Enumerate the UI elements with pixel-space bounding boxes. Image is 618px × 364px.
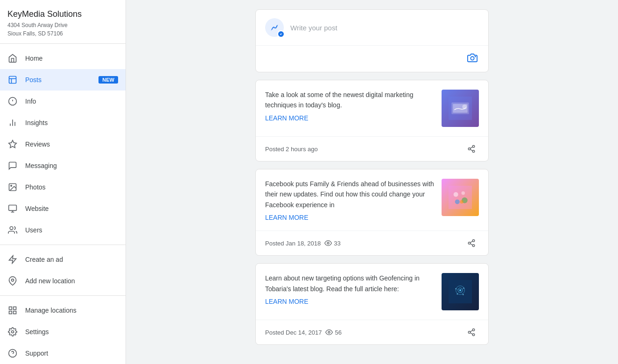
sidebar-item-home[interactable]: Home: [0, 48, 126, 69]
sidebar-item-settings-label: Settings: [25, 328, 118, 336]
sidebar-item-support-label: Support: [25, 350, 118, 357]
add-photo-button[interactable]: [464, 49, 481, 66]
post-item-3-posted: Posted Dec 14, 2017: [265, 329, 322, 336]
post-item-3: Learn about new targeting options with G…: [255, 263, 489, 345]
svg-point-39: [462, 191, 465, 195]
sidebar-item-insights-label: Insights: [25, 119, 118, 126]
post-item-3-footer: Posted Dec 14, 2017 56: [256, 320, 488, 344]
svg-point-62: [472, 329, 475, 331]
svg-point-27: [475, 56, 476, 57]
write-post-actions: [256, 45, 488, 72]
sidebar-item-info[interactable]: Info: [0, 91, 126, 112]
sidebar-item-create-ad[interactable]: Create an ad: [0, 249, 126, 270]
settings-icon: [7, 327, 18, 337]
sidebar-nav: Home Posts NEW Info: [0, 44, 126, 364]
posts-content-area: Write your post Take a look at some of t…: [255, 9, 489, 355]
main-content: Write your post Take a look at some of t…: [126, 0, 618, 364]
post-item-1-text: Take a look at some of the newest digita…: [265, 90, 434, 127]
ad-icon: [7, 254, 18, 265]
nav-divider-2: [0, 295, 126, 296]
svg-line-66: [470, 330, 472, 332]
sidebar-item-reviews-label: Reviews: [25, 140, 118, 148]
sidebar-item-insights[interactable]: Insights: [0, 112, 126, 133]
svg-point-46: [472, 245, 475, 247]
post-item-2-link[interactable]: LEARN MORE: [265, 214, 309, 221]
svg-line-36: [470, 147, 472, 148]
svg-point-44: [472, 240, 475, 242]
post-item-3-image: [442, 273, 479, 310]
post-item-1-meta: Posted 2 hours ago: [265, 146, 318, 153]
company-address: 4304 South Arway Drive Sioux Falls, SD 5…: [7, 21, 118, 38]
svg-line-48: [470, 241, 472, 243]
post-item-1: Take a look at some of the newest digita…: [255, 80, 489, 161]
grid-icon: [7, 305, 18, 315]
sidebar-item-reviews[interactable]: Reviews: [0, 133, 126, 155]
location-icon: [7, 276, 18, 286]
post-item-1-link[interactable]: LEARN MORE: [265, 114, 309, 122]
sidebar-item-manage-locations-label: Manage locations: [25, 307, 118, 314]
write-post-area[interactable]: Write your post: [256, 10, 488, 45]
svg-line-65: [470, 333, 472, 334]
avatar-badge: [277, 30, 285, 38]
post-item-2-posted: Posted Jan 18, 2018: [265, 240, 321, 247]
post-item-2-view-count: 33: [334, 240, 340, 247]
sidebar-item-photos-label: Photos: [25, 183, 118, 191]
post-item-3-share[interactable]: [464, 325, 479, 340]
post-item-3-meta: Posted Dec 14, 2017 56: [265, 329, 342, 336]
post-item-2-views: 33: [324, 239, 340, 247]
svg-point-22: [12, 331, 14, 333]
post-item-1-image: [442, 90, 479, 127]
post-item-3-desc: Learn about new targeting options with G…: [265, 273, 434, 294]
sidebar-item-create-ad-label: Create an ad: [25, 256, 118, 263]
sidebar-item-add-location[interactable]: Add new location: [0, 270, 126, 292]
avatar-container: [265, 18, 284, 37]
post-item-2: Facebook puts Family & Friends ahead of …: [255, 169, 489, 256]
svg-rect-0: [9, 77, 16, 84]
post-item-2-body: Facebook puts Family & Friends ahead of …: [256, 169, 488, 231]
post-item-3-link[interactable]: LEARN MORE: [265, 298, 309, 305]
post-item-1-desc: Take a look at some of the newest digita…: [265, 90, 434, 111]
svg-rect-49: [449, 280, 472, 303]
post-item-3-body: Learn about new targeting options with G…: [256, 264, 488, 320]
sidebar-item-posts-label: Posts: [25, 76, 91, 84]
svg-point-11: [11, 185, 12, 187]
sidebar-item-settings[interactable]: Settings: [0, 321, 126, 343]
svg-rect-12: [9, 205, 17, 211]
post-item-2-share[interactable]: [464, 236, 479, 251]
sidebar-item-add-location-label: Add new location: [25, 277, 118, 285]
sidebar-item-users-label: Users: [25, 226, 118, 234]
svg-line-35: [470, 149, 472, 151]
svg-point-26: [471, 56, 474, 60]
sidebar-item-website[interactable]: Website: [0, 198, 126, 219]
sidebar-item-users[interactable]: Users: [0, 219, 126, 241]
sidebar-item-messaging[interactable]: Messaging: [0, 155, 126, 176]
post-item-2-meta: Posted Jan 18, 2018 33: [265, 239, 341, 247]
sidebar-header: KeyMedia Solutions 4304 South Arway Driv…: [0, 0, 126, 44]
svg-marker-9: [9, 140, 17, 148]
website-icon: [7, 203, 18, 214]
svg-rect-19: [14, 307, 16, 310]
reviews-icon: [7, 139, 18, 149]
post-item-1-share[interactable]: [464, 141, 479, 156]
posts-icon: [7, 75, 18, 85]
svg-point-42: [460, 200, 464, 204]
write-post-placeholder[interactable]: Write your post: [290, 24, 479, 32]
posts-new-badge: NEW: [98, 76, 118, 84]
sidebar-item-support[interactable]: Support: [0, 343, 126, 364]
svg-rect-37: [449, 186, 472, 209]
info-icon: [7, 96, 18, 106]
nav-divider-1: [0, 245, 126, 245]
post-item-1-footer: Posted 2 hours ago: [256, 136, 488, 161]
svg-point-63: [468, 331, 471, 334]
support-icon: [7, 348, 18, 358]
sidebar-item-manage-locations[interactable]: Manage locations: [0, 300, 126, 321]
sidebar-item-posts[interactable]: Posts NEW: [0, 69, 126, 91]
sidebar-item-photos[interactable]: Photos: [0, 176, 126, 198]
svg-point-33: [468, 148, 471, 150]
post-item-3-views: 56: [325, 329, 341, 336]
sidebar-item-website-label: Website: [25, 205, 118, 212]
post-item-2-footer: Posted Jan 18, 2018 33: [256, 231, 488, 255]
svg-point-41: [455, 199, 460, 204]
post-item-2-desc: Facebook puts Family & Friends ahead of …: [265, 179, 434, 210]
post-item-2-image: [442, 179, 479, 216]
